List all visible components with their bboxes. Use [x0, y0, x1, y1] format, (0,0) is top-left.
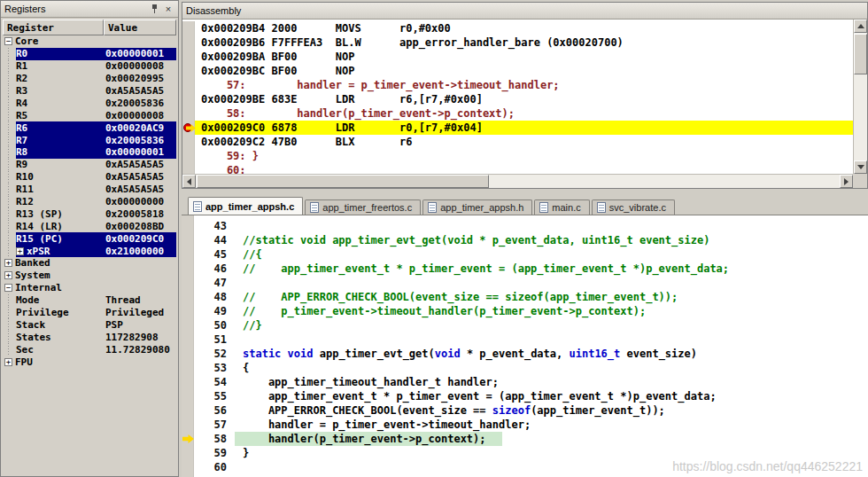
- collapse-icon[interactable]: −: [4, 37, 12, 45]
- register-row[interactable]: States117282908: [3, 331, 176, 343]
- tab-svc-vibrate-c[interactable]: svc_vibrate.c: [592, 199, 675, 215]
- code-line[interactable]: 49// p_timer_event->timeout_handler(p_ti…: [182, 304, 868, 318]
- disassembly-margin[interactable]: [182, 149, 195, 163]
- breakpoint-margin[interactable]: [182, 332, 194, 347]
- pin-icon[interactable]: [148, 4, 160, 15]
- breakpoint-margin[interactable]: [182, 418, 194, 432]
- expand-icon[interactable]: +: [4, 358, 12, 366]
- expand-icon[interactable]: +: [16, 247, 24, 255]
- disassembly-line[interactable]: 57: handler = p_timer_event->timeout_han…: [182, 78, 853, 92]
- code-line[interactable]: 54 app_timer_timeout_handler_t handler;: [182, 375, 868, 389]
- register-row[interactable]: +FPU: [3, 356, 176, 368]
- scroll-left-button[interactable]: [182, 175, 196, 188]
- disassembly-line[interactable]: 0x000209C0 6878 LDR r0,[r7,#0x04]: [182, 121, 853, 135]
- breakpoint-margin[interactable]: [182, 219, 194, 233]
- breakpoint-margin[interactable]: [182, 247, 194, 262]
- code-line[interactable]: 55 app_timer_event_t * p_timer_event = (…: [182, 389, 868, 403]
- disassembly-line[interactable]: 60:: [182, 163, 853, 174]
- register-row[interactable]: +xPSR0x21000000: [3, 245, 176, 257]
- code-line[interactable]: 57 handler = p_timer_event->timeout_hand…: [182, 418, 868, 432]
- disassembly-line[interactable]: 0x000209BE 683E LDR r6,[r7,#0x00]: [182, 92, 853, 106]
- collapse-icon[interactable]: −: [4, 284, 12, 292]
- register-row[interactable]: Sec11.72829080: [3, 343, 176, 356]
- disassembly-margin[interactable]: [182, 135, 195, 149]
- disassembly-margin[interactable]: [182, 50, 195, 64]
- code-line[interactable]: 48// APP_ERROR_CHECK_BOOL(event_size == …: [182, 290, 868, 304]
- register-row[interactable]: R100xA5A5A5A5: [3, 171, 176, 184]
- register-row[interactable]: R60x00020AC9: [3, 121, 176, 134]
- code-line[interactable]: 45//{: [182, 247, 868, 262]
- breakpoint-margin[interactable]: [182, 389, 194, 403]
- disassembly-horizontal-scrollbar[interactable]: [182, 174, 853, 188]
- register-row[interactable]: R90xA5A5A5A5: [3, 159, 176, 171]
- tab-app-timer-freertos-c[interactable]: app_timer_freertos.c: [305, 199, 421, 215]
- code-line[interactable]: 59}: [182, 446, 868, 460]
- breakpoint-margin[interactable]: [182, 233, 194, 247]
- disassembly-line[interactable]: 58: handler(p_timer_event->p_context);: [182, 106, 853, 121]
- register-row[interactable]: +Banked: [3, 257, 176, 270]
- breakpoint-margin[interactable]: [182, 262, 194, 276]
- code-line[interactable]: 53{: [182, 361, 868, 375]
- code-line[interactable]: 52static void app_timer_evt_get(void * p…: [182, 347, 868, 361]
- breakpoint-margin[interactable]: [182, 460, 194, 474]
- disassembly-margin[interactable]: [182, 64, 195, 78]
- horizontal-scroll-thumb[interactable]: [197, 175, 489, 188]
- breakpoint-margin[interactable]: [182, 304, 194, 318]
- register-row[interactable]: R20x00020995: [3, 73, 176, 85]
- tab-app-timer-appsh-h[interactable]: app_timer_appsh.h: [422, 199, 532, 215]
- source-editor[interactable]: 4344//static void app_timer_evt_get(void…: [182, 215, 868, 477]
- register-column-header[interactable]: Register: [3, 20, 104, 35]
- scroll-right-button[interactable]: [840, 175, 853, 188]
- disassembly-line[interactable]: 0x000209BA BF00 NOP: [182, 50, 853, 64]
- register-row[interactable]: +System: [3, 270, 176, 282]
- scroll-down-button[interactable]: [854, 160, 867, 174]
- disassembly-line[interactable]: 0x000209BC BF00 NOP: [182, 64, 853, 78]
- vertical-scroll-thumb[interactable]: [854, 34, 867, 74]
- tab-main-c[interactable]: main.c: [534, 199, 589, 215]
- disassembly-margin[interactable]: [182, 78, 195, 92]
- disassembly-line[interactable]: 0x000209B4 2000 MOVS r0,#0x00: [182, 21, 853, 35]
- value-column-header[interactable]: Value: [104, 20, 176, 35]
- register-row[interactable]: R00x00000001: [3, 48, 176, 60]
- tab-app-timer-appsh-c[interactable]: app_timer_appsh.c: [188, 197, 303, 215]
- code-line[interactable]: 56 APP_ERROR_CHECK_BOOL(event_size == si…: [182, 403, 868, 418]
- expand-icon[interactable]: +: [4, 259, 12, 267]
- breakpoint-margin[interactable]: [182, 432, 194, 446]
- disassembly-margin[interactable]: [182, 21, 195, 35]
- register-row[interactable]: −Core: [3, 35, 176, 48]
- code-line[interactable]: 46// app_timer_event_t * p_timer_event =…: [182, 262, 868, 276]
- register-row[interactable]: R13 (SP)0x20005818: [3, 207, 176, 220]
- code-line[interactable]: 43: [182, 219, 868, 233]
- breakpoint-margin[interactable]: [182, 347, 194, 361]
- register-row[interactable]: R40x20005836: [3, 97, 176, 109]
- close-icon[interactable]: ×: [162, 4, 174, 15]
- disassembly-titlebar[interactable]: Disassembly: [182, 3, 867, 20]
- disassembly-vertical-scrollbar[interactable]: [853, 20, 867, 174]
- disassembly-line[interactable]: 0x000209C2 47B0 BLX r6: [182, 135, 853, 149]
- register-row[interactable]: R14 (LR)0x000208BD: [3, 220, 176, 232]
- disassembly-line[interactable]: 59: }: [182, 149, 853, 163]
- register-row[interactable]: −Internal: [3, 282, 176, 294]
- code-line[interactable]: 47: [182, 276, 868, 290]
- disassembly-margin[interactable]: [182, 92, 195, 106]
- register-row[interactable]: R50x00000008: [3, 109, 176, 121]
- scroll-up-button[interactable]: [854, 20, 867, 33]
- disassembly-margin[interactable]: [182, 163, 195, 174]
- disassembly-margin[interactable]: [182, 121, 195, 135]
- code-line[interactable]: 50//}: [182, 318, 868, 332]
- register-row[interactable]: ModeThread: [3, 294, 176, 307]
- register-row[interactable]: R10x00000008: [3, 60, 176, 73]
- registers-titlebar[interactable]: Registers ×: [1, 1, 178, 18]
- expand-icon[interactable]: +: [4, 271, 12, 279]
- breakpoint-margin[interactable]: [182, 318, 194, 332]
- code-line[interactable]: 58 handler(p_timer_event->p_context);: [182, 432, 868, 446]
- register-row[interactable]: R120x00000000: [3, 196, 176, 208]
- disassembly-line[interactable]: 0x000209B6 F7FFFEA3 BL.W app_error_handl…: [182, 35, 853, 50]
- register-row[interactable]: PrivilegePrivileged: [3, 307, 176, 319]
- breakpoint-margin[interactable]: [182, 403, 194, 418]
- breakpoint-margin[interactable]: [182, 361, 194, 375]
- register-row[interactable]: R30xA5A5A5A5: [3, 85, 176, 98]
- register-row[interactable]: R110xA5A5A5A5: [3, 184, 176, 196]
- register-row[interactable]: R80x00000001: [3, 146, 176, 159]
- breakpoint-margin[interactable]: [182, 290, 194, 304]
